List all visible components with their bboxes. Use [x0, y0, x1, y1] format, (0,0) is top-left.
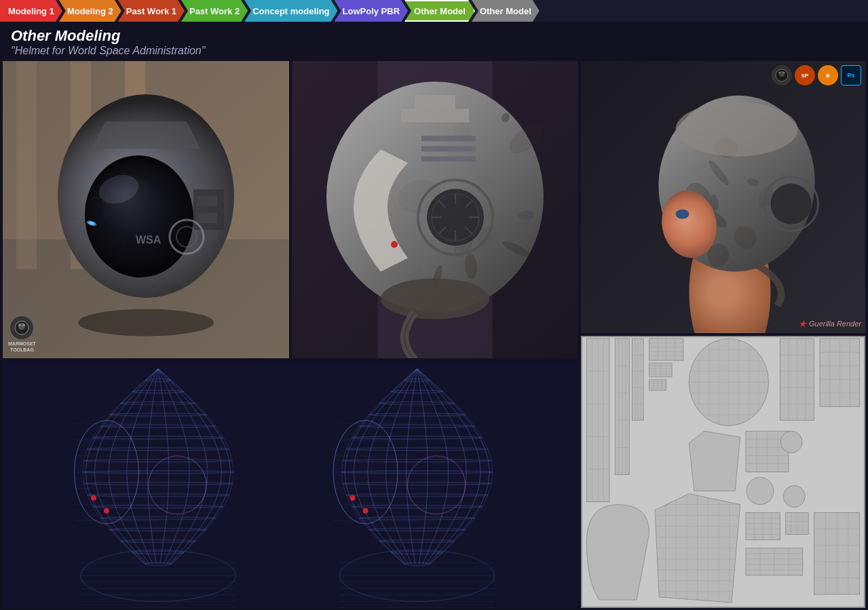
- helmet-side-image: [292, 61, 578, 358]
- right-column: SP B Ps ★ Guerilla Render: [581, 61, 865, 608]
- tab-othermodel2[interactable]: Other Model: [472, 0, 540, 22]
- marmoset-sw-icon: [775, 69, 789, 82]
- tab-concept[interactable]: Concept modeling: [244, 0, 337, 22]
- tab-pastwork2[interactable]: Past Work 2: [181, 0, 248, 22]
- main-content: Other Modeling "Helmet for World Space A…: [0, 22, 868, 610]
- tab-label: Past Work 2: [189, 6, 240, 16]
- guerilla-label: Guerilla Render: [809, 320, 861, 328]
- tab-label: Modeling 2: [67, 6, 113, 16]
- left-column: MARMOSET TOOLBAG: [3, 61, 578, 608]
- page-subtitle: "Helmet for World Space Administration": [11, 45, 857, 57]
- navigation-tabs: Modeling 1 Modeling 2 Past Work 1 Past W…: [0, 0, 868, 22]
- tab-label: Other Model: [480, 6, 531, 16]
- character-canvas: [581, 61, 865, 333]
- tab-lowpoly[interactable]: LowPoly PBR: [335, 0, 409, 22]
- photoshop-icon: Ps: [841, 65, 861, 85]
- top-row: MARMOSET TOOLBAG: [3, 61, 578, 358]
- software-icons-area: SP B Ps: [772, 65, 861, 85]
- helmet-front-image: MARMOSET TOOLBAG: [3, 61, 289, 358]
- star-icon: ★: [798, 318, 807, 329]
- tab-label: Concept modeling: [252, 6, 329, 16]
- tab-label: Past Work 1: [126, 6, 176, 16]
- images-grid: MARMOSET TOOLBAG: [0, 61, 868, 610]
- marmoset-icon: [14, 320, 29, 335]
- marmoset-icon: [772, 65, 792, 85]
- helmet-side-canvas: [292, 61, 578, 358]
- svg-point-3: [22, 324, 25, 326]
- character-render-image: SP B Ps ★ Guerilla Render: [581, 61, 865, 333]
- tab-modeling2[interactable]: Modeling 2: [59, 0, 121, 22]
- blender-icon: B: [818, 65, 838, 85]
- tab-pastwork1[interactable]: Past Work 1: [118, 0, 185, 22]
- tab-label: LowPoly PBR: [343, 6, 400, 16]
- tab-modeling1[interactable]: Modeling 1: [0, 0, 62, 22]
- marmoset-logo-circle: [10, 316, 34, 340]
- svg-point-7: [783, 72, 785, 74]
- uv-map-image: [581, 336, 865, 608]
- marmoset-logo: MARMOSET TOOLBAG: [8, 316, 36, 353]
- helmet-front-canvas: [3, 61, 289, 358]
- title-area: Other Modeling "Helmet for World Space A…: [0, 22, 868, 61]
- marmoset-logo-text: MARMOSET TOOLBAG: [8, 341, 36, 353]
- guerilla-render-watermark: ★ Guerilla Render: [798, 318, 861, 329]
- wireframe-image: [3, 361, 578, 608]
- tab-othermodel1-active[interactable]: Other Model: [404, 0, 475, 22]
- wireframe-canvas: [3, 361, 578, 608]
- svg-point-2: [18, 324, 21, 326]
- tab-label: Other Model: [414, 6, 466, 16]
- substance-painter-icon: SP: [795, 65, 815, 85]
- uv-map-canvas: [581, 336, 865, 608]
- tab-label: Modeling 1: [8, 6, 54, 16]
- page-title: Other Modeling: [11, 27, 857, 45]
- svg-point-6: [779, 72, 781, 74]
